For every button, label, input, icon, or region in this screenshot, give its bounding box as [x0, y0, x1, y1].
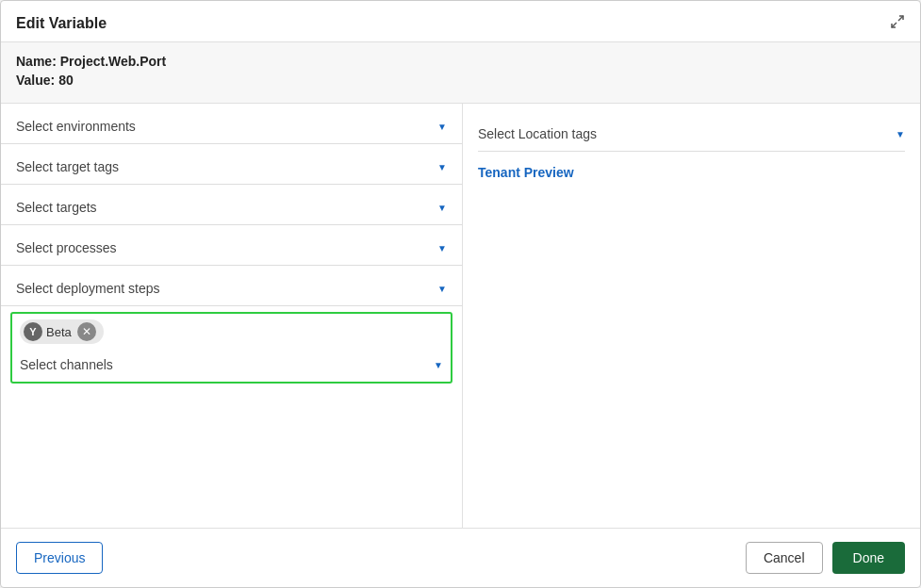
dialog-title: Edit Variable — [16, 15, 107, 32]
deployment-steps-arrow-icon: ▼ — [437, 284, 447, 294]
select-environments-label: Select environments — [16, 119, 136, 134]
select-target-tags-dropdown[interactable]: Select target tags ▼ — [1, 144, 462, 185]
expand-icon[interactable] — [890, 14, 905, 32]
name-label: Name: — [16, 54, 57, 69]
select-targets-dropdown[interactable]: Select targets ▼ — [1, 185, 462, 225]
left-panel: Select environments ▼ Select target tags… — [1, 104, 463, 528]
value-value: 80 — [58, 73, 74, 88]
name-value: Project.Web.Port — [60, 54, 167, 69]
dialog-info: Name: Project.Web.Port Value: 80 — [1, 42, 920, 104]
dialog-body: Select environments ▼ Select target tags… — [1, 104, 920, 528]
select-targets-label: Select targets — [16, 200, 97, 215]
select-location-tags-dropdown[interactable]: Select Location tags ▼ — [478, 113, 905, 152]
select-processes-label: Select processes — [16, 240, 117, 255]
done-button[interactable]: Done — [832, 542, 905, 574]
processes-arrow-icon: ▼ — [437, 243, 447, 253]
tenant-preview-link[interactable]: Tenant Preview — [478, 152, 905, 180]
dialog-footer: Previous Cancel Done — [1, 528, 920, 587]
channels-arrow-icon: ▼ — [434, 360, 443, 370]
dialog-header: Edit Variable — [1, 1, 920, 42]
edit-variable-dialog: Edit Variable Name: Project.Web.Port Val… — [0, 0, 921, 588]
select-environments-dropdown[interactable]: Select environments ▼ — [1, 104, 462, 144]
select-channels-label: Select channels — [20, 357, 113, 372]
cancel-button[interactable]: Cancel — [746, 542, 823, 574]
value-label: Value: — [16, 73, 55, 88]
select-deployment-steps-dropdown[interactable]: Select deployment steps ▼ — [1, 266, 462, 306]
beta-tag-label: Beta — [46, 325, 72, 339]
targets-arrow-icon: ▼ — [437, 203, 447, 213]
beta-tag: Y Beta ✕ — [20, 319, 104, 344]
environments-arrow-icon: ▼ — [437, 122, 447, 132]
channels-section: Y Beta ✕ Select channels ▼ — [10, 312, 452, 384]
footer-right: Cancel Done — [746, 542, 905, 574]
select-channels-dropdown[interactable]: Select channels ▼ — [20, 350, 443, 382]
location-tags-arrow-icon: ▼ — [896, 129, 905, 139]
beta-tag-icon: Y — [24, 322, 42, 341]
value-row: Value: 80 — [16, 73, 905, 88]
beta-tag-close-button[interactable]: ✕ — [77, 322, 96, 341]
select-processes-dropdown[interactable]: Select processes ▼ — [1, 225, 462, 266]
channels-tags: Y Beta ✕ — [20, 319, 443, 344]
select-target-tags-label: Select target tags — [16, 159, 119, 174]
target-tags-arrow-icon: ▼ — [437, 162, 447, 172]
select-location-tags-label: Select Location tags — [478, 126, 597, 141]
name-row: Name: Project.Web.Port — [16, 54, 905, 69]
right-panel: Select Location tags ▼ Tenant Preview — [463, 104, 920, 528]
previous-button[interactable]: Previous — [16, 542, 103, 574]
select-deployment-steps-label: Select deployment steps — [16, 281, 160, 296]
